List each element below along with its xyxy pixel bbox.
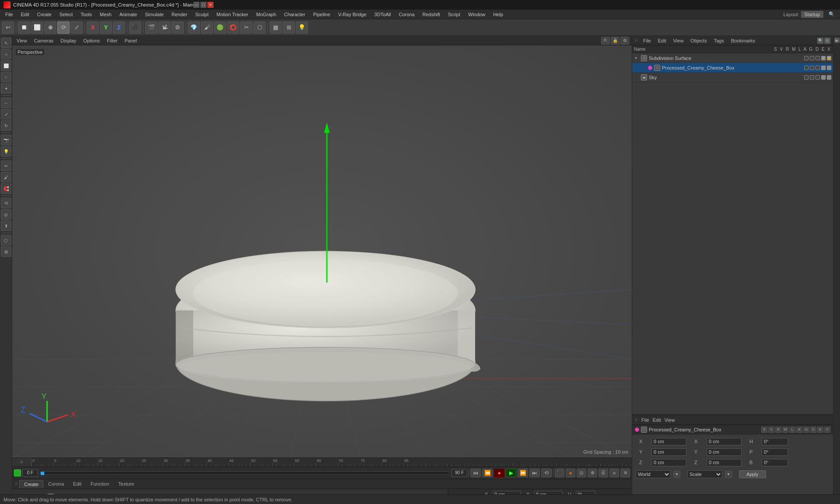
record-button[interactable]: ● [494, 469, 504, 477]
viewport-menu-filter[interactable]: Filter [105, 37, 119, 44]
scale-button[interactable]: ⤢ [70, 21, 83, 34]
sky-lock[interactable] [827, 75, 831, 80]
fps-button[interactable]: ⊕ [588, 469, 597, 477]
rectangle-selection-tool[interactable]: ⬜ [1, 60, 11, 71]
timeline-slider[interactable] [40, 472, 449, 474]
render-active-button[interactable]: 🎬 [145, 21, 158, 34]
sky-check[interactable] [821, 75, 826, 80]
render-settings-button[interactable]: ⚙ [172, 21, 184, 34]
expand-subdiv[interactable]: ▼ [634, 56, 639, 60]
rotate-tool-left[interactable]: ↻ [1, 120, 11, 131]
viewport-menu-panel[interactable]: Panel [123, 37, 139, 44]
om-row-cheese[interactable]: □ Processed_Creamy_Cheese_Box [632, 63, 833, 73]
live-selection-tool[interactable]: ⊹ [1, 49, 11, 60]
auto-key-button[interactable]: ● [566, 469, 575, 477]
spline-pen-tool[interactable]: ✏ [1, 161, 11, 171]
am-ctrl-1[interactable]: S [761, 427, 767, 433]
menu-window[interactable]: Window [465, 11, 489, 18]
mesh-tool[interactable]: ⬡ [1, 235, 11, 245]
select-button[interactable]: ⬜ [31, 21, 43, 34]
menu-simulate[interactable]: Simulate [141, 11, 167, 18]
menu-character[interactable]: Character [280, 11, 308, 18]
step-back-button[interactable]: ⏪ [482, 469, 493, 477]
menu-render[interactable]: Render [168, 11, 191, 18]
loop-button[interactable]: ⟲ [541, 469, 552, 477]
circle-selection-tool[interactable]: ○ [1, 72, 11, 82]
scale-tool[interactable]: ⤢ [1, 109, 11, 119]
am-ctrl-2[interactable]: V [768, 427, 774, 433]
menu-help[interactable]: Help [490, 11, 507, 18]
viewport-menu-display[interactable]: Display [59, 37, 78, 44]
render-region-button[interactable]: ⊞ [283, 21, 295, 34]
menu-mesh[interactable]: Mesh [96, 11, 115, 18]
bulge-tool[interactable]: ◎ [1, 209, 11, 220]
am-ctrl-7[interactable]: G [803, 427, 809, 433]
am-x-input[interactable] [651, 438, 686, 445]
undo-button[interactable]: ↩ [2, 21, 14, 34]
am-world-select[interactable]: World Object [636, 470, 671, 478]
menu-mograph[interactable]: MoGraph [252, 11, 280, 18]
loop-button[interactable]: ⬡ [253, 21, 266, 34]
am-ctrl-6[interactable]: A [796, 427, 802, 433]
minimize-button[interactable]: — [193, 2, 200, 8]
render-all-button[interactable]: 📽 [158, 21, 171, 34]
magnet-tool[interactable]: 🧲 [1, 183, 11, 194]
am-ctrl-4[interactable]: M [782, 427, 788, 433]
z-axis-button[interactable]: Z [113, 21, 125, 34]
menu-motion-tracker[interactable]: Motion Tracker [213, 11, 252, 18]
om-menu-view[interactable]: View [672, 37, 686, 44]
menu-corona[interactable]: Corona [395, 11, 418, 18]
free-selection-tool[interactable]: ✦ [1, 83, 11, 94]
layout-search[interactable]: 🔍 [825, 10, 838, 18]
knife-button[interactable]: ✂ [240, 21, 252, 34]
am-scale-icon[interactable]: ▼ [725, 471, 732, 478]
om-menu-tags[interactable]: Tags [712, 37, 726, 44]
x-axis-button[interactable]: X [87, 21, 99, 34]
cheese-lock[interactable] [827, 66, 831, 70]
cheese-ctrl-1[interactable] [804, 66, 808, 70]
start-marker[interactable] [14, 469, 21, 476]
om-menu-objects[interactable]: Objects [689, 37, 708, 44]
om-menu-edit[interactable]: Edit [656, 37, 668, 44]
y-axis-button[interactable]: Y [100, 21, 112, 34]
tab-create[interactable]: Create [19, 480, 43, 488]
close-button[interactable]: ✕ [207, 2, 214, 8]
menu-create[interactable]: Create [34, 11, 55, 18]
vp-config-button[interactable]: ⚙ [620, 37, 629, 45]
am-z2-input[interactable] [707, 459, 742, 466]
am-ctrl-10[interactable]: X [824, 427, 830, 433]
am-world-icon[interactable]: ▼ [673, 471, 680, 478]
am-menu-view[interactable]: View [665, 417, 675, 423]
viewport-canvas[interactable]: X Y Z Perspective Grid Spacing : 10 cm [12, 46, 632, 457]
menu-vray[interactable]: V-Ray Bridge [335, 11, 370, 18]
am-ctrl-8[interactable]: D [810, 427, 816, 433]
move-tool[interactable]: ↔ [1, 98, 11, 108]
viewport-menu-options[interactable]: Options [81, 37, 102, 44]
motion-blur-button[interactable]: ≋ [620, 469, 630, 477]
camera-tool[interactable]: 📷 [1, 135, 11, 145]
tab-function[interactable]: Function [86, 480, 113, 488]
om-filter-button[interactable]: ⚙ [824, 38, 830, 44]
timeline-extra-button[interactable]: ≡ [609, 469, 619, 477]
am-x2-input[interactable] [707, 438, 742, 445]
am-scale-select[interactable]: Scale Size [687, 470, 722, 478]
menu-redshift[interactable]: Redshift [419, 11, 444, 18]
menu-select[interactable]: Select [56, 11, 77, 18]
menu-script[interactable]: Script [444, 11, 464, 18]
object-mode-button[interactable]: ⬛ [129, 21, 141, 34]
hud-button[interactable]: 💡 [296, 21, 308, 34]
step-forward-button[interactable]: ⏩ [518, 469, 528, 477]
cheese-ctrl-3[interactable] [816, 66, 820, 70]
sky-ctrl-2[interactable] [810, 75, 814, 80]
inflate-tool[interactable]: ⬆ [1, 220, 11, 231]
am-z-input[interactable] [651, 459, 686, 466]
menu-pipeline[interactable]: Pipeline [310, 11, 334, 18]
move-button[interactable]: ⊕ [44, 21, 56, 34]
vp-lock-button[interactable]: 🔒 [611, 37, 620, 45]
sky-ctrl-3[interactable] [816, 75, 820, 80]
menu-animate[interactable]: Animate [116, 11, 140, 18]
key-all-button[interactable]: ◎ [577, 469, 586, 477]
am-h-input[interactable] [762, 438, 788, 445]
subdiv-lock[interactable]: 🔓 [827, 56, 831, 60]
menu-3dtoall[interactable]: 3DToAll [371, 11, 395, 18]
